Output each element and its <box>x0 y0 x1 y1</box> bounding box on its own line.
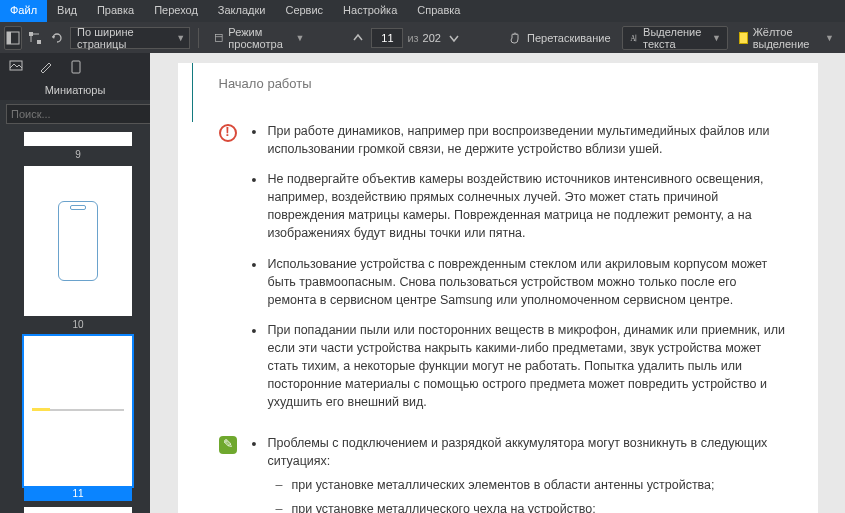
highlight-tool-button[interactable]: Жёлтое выделение ▼ <box>732 26 841 50</box>
thumbnail-item[interactable]: 9 <box>6 132 150 160</box>
menu-view[interactable]: Вид <box>47 0 87 22</box>
sidebar-toggle-button[interactable] <box>4 26 22 50</box>
svg-rect-2 <box>29 32 33 36</box>
view-mode-select[interactable]: Режим просмотра ▼ <box>207 26 312 50</box>
sub-list: при установке металлических элементов в … <box>268 476 788 513</box>
thumbnail-list[interactable]: 9 10 11 <box>0 128 150 513</box>
rotate-button[interactable] <box>48 26 66 50</box>
highlight-label: Жёлтое выделение <box>753 26 820 50</box>
zoom-mode-select[interactable]: По ширине страницы ▼ <box>70 27 190 49</box>
chevron-down-icon: ▼ <box>176 33 185 43</box>
document-page: Начало работы ! При работе динамиков, на… <box>178 63 818 513</box>
menu-edit[interactable]: Правка <box>87 0 144 22</box>
note-icon: ✎ <box>219 436 237 454</box>
document-viewport[interactable]: Начало работы ! При работе динамиков, на… <box>150 53 845 513</box>
select-text-label: Выделение текста <box>643 26 707 50</box>
warning-list: При работе динамиков, например при воспр… <box>252 122 788 424</box>
menu-file[interactable]: Файл <box>0 0 47 22</box>
menubar: Файл Вид Правка Переход Закладки Сервис … <box>0 0 845 22</box>
svg-rect-3 <box>37 40 41 44</box>
menu-help[interactable]: Справка <box>407 0 470 22</box>
menu-settings[interactable]: Настройка <box>333 0 407 22</box>
zoom-mode-label: По ширине страницы <box>77 26 170 50</box>
bookmarks-tab[interactable] <box>66 57 86 77</box>
thumbnail-item[interactable]: 10 <box>6 166 150 330</box>
menu-service[interactable]: Сервис <box>275 0 333 22</box>
sidebar-title: Миниатюры <box>0 80 150 100</box>
note-list: Проблемы с подключением и разрядкой акку… <box>252 434 788 513</box>
page-section-title: Начало работы <box>192 63 788 122</box>
annotations-tab[interactable] <box>36 57 56 77</box>
svg-rect-12 <box>72 61 80 73</box>
menu-bookmarks[interactable]: Закладки <box>208 0 276 22</box>
list-item: При работе динамиков, например при воспр… <box>252 122 788 158</box>
next-page-button[interactable] <box>445 26 463 50</box>
view-mode-icon <box>214 31 224 45</box>
sidebar: Миниатюры 9 10 <box>0 53 150 513</box>
svg-text:A: A <box>630 33 636 42</box>
list-item: При попадании пыли или посторонних вещес… <box>252 321 788 412</box>
list-item-text: Проблемы с подключением и разрядкой акку… <box>268 436 768 468</box>
text-select-icon: A <box>629 31 639 45</box>
alert-icon: ! <box>219 124 237 142</box>
page-total-label: 202 <box>423 32 441 44</box>
drag-tool-button[interactable]: Перетаскивание <box>501 26 618 50</box>
highlight-color-swatch <box>739 32 748 44</box>
drag-tool-label: Перетаскивание <box>527 32 611 44</box>
list-item: Использование устройства с поврежденным … <box>252 255 788 309</box>
svg-rect-1 <box>7 32 11 44</box>
select-text-tool-button[interactable]: A Выделение текста ▼ <box>622 26 728 50</box>
list-item: Не подвергайте объектив камеры воздейств… <box>252 170 788 243</box>
sidebar-search-input[interactable] <box>6 104 154 124</box>
thumbnails-tab[interactable] <box>6 57 26 77</box>
prev-page-button[interactable] <box>349 26 367 50</box>
sub-list-item: при установке металлического чехла на ус… <box>268 500 788 513</box>
thumbnail-item-selected[interactable]: 11 <box>6 336 150 501</box>
thumbnail-item[interactable] <box>6 507 150 513</box>
chevron-down-icon: ▼ <box>825 33 834 43</box>
sub-list-item: при установке металлических элементов в … <box>268 476 788 494</box>
view-mode-label: Режим просмотра <box>228 26 290 50</box>
svg-rect-7 <box>215 34 222 41</box>
page-number-input[interactable] <box>371 28 403 48</box>
chevron-down-icon: ▼ <box>712 33 721 43</box>
list-item: Проблемы с подключением и разрядкой акку… <box>252 434 788 513</box>
sidebar-tabs <box>0 53 150 80</box>
thumbnail-number: 11 <box>24 486 132 501</box>
toolbar: По ширине страницы ▼ Режим просмотра ▼ и… <box>0 22 845 53</box>
page-sep-label: из <box>407 32 418 44</box>
snapshot-button[interactable] <box>26 26 44 50</box>
thumbnail-number: 10 <box>6 316 150 330</box>
chevron-down-icon: ▼ <box>295 33 304 43</box>
thumbnail-number: 9 <box>6 146 150 160</box>
hand-icon <box>508 31 522 45</box>
menu-goto[interactable]: Переход <box>144 0 208 22</box>
